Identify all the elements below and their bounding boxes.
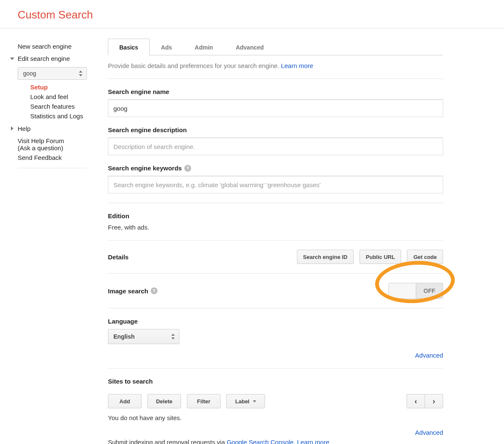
empty-sites-message: You do not have any sites. (108, 414, 443, 421)
caret-down-icon (253, 400, 256, 402)
label-button-text: Label (235, 398, 249, 405)
toggle-off: OFF (416, 283, 443, 298)
desc-label: Search engine description (108, 126, 443, 133)
tab-admin[interactable]: Admin (184, 39, 225, 55)
get-code-button[interactable]: Get code (407, 250, 443, 264)
desc-input[interactable] (108, 138, 443, 155)
visit-forum-line1: Visit Help Forum (18, 137, 64, 144)
filter-button[interactable]: Filter (187, 394, 220, 408)
label-button[interactable]: Label (226, 394, 265, 408)
indexing-note: Submit indexing and removal requests via… (108, 436, 443, 444)
sidebar-visit-forum[interactable]: Visit Help Forum (Ask a question) (10, 135, 99, 151)
edition-value: Free, with ads. (108, 224, 443, 231)
sidebar: New search engine Edit search engine goo… (0, 29, 99, 444)
sites-label: Sites to search (108, 378, 443, 385)
sidebar-edit-engine[interactable]: Edit search engine (10, 52, 99, 65)
indexing-pre: Submit indexing and removal requests via (108, 439, 227, 444)
add-button[interactable]: Add (108, 394, 142, 408)
details-label: Details (108, 253, 129, 261)
sort-arrows-icon (171, 334, 175, 340)
image-search-toggle[interactable]: OFF (388, 283, 443, 299)
edition-label: Edition (108, 212, 443, 219)
chevron-right-icon: › (433, 397, 435, 406)
keywords-input[interactable] (108, 176, 443, 193)
tab-basics[interactable]: Basics (108, 39, 150, 55)
chevron-left-icon: ‹ (415, 397, 417, 406)
name-input[interactable] (108, 99, 443, 117)
language-select[interactable]: English (108, 329, 179, 344)
sort-arrows-icon (79, 71, 82, 76)
language-label: Language (108, 318, 443, 325)
image-search-label: Image search ? (108, 287, 158, 295)
indexing-post: . (294, 439, 297, 444)
intro-copy: Provide basic details and preferences fo… (108, 62, 281, 69)
section-details: Details Search engine ID Public URL Get … (108, 240, 443, 273)
section-image-search: Image search ? OFF (108, 273, 443, 308)
section-sites: Sites to search Add Delete Filter Label … (108, 368, 443, 444)
search-console-link[interactable]: Google Search Console (227, 439, 294, 444)
main-content: Basics Ads Admin Advanced Provide basic … (99, 29, 460, 444)
sidebar-sub-setup[interactable]: Setup (10, 82, 99, 92)
sidebar-new-engine[interactable]: New search engine (10, 40, 99, 52)
tab-advanced[interactable]: Advanced (224, 39, 275, 55)
tab-ads[interactable]: Ads (150, 39, 183, 55)
help-icon[interactable]: ? (184, 165, 191, 172)
intro-learn-more-link[interactable]: Learn more (281, 62, 313, 69)
keywords-label-text: Search engine keywords (108, 165, 182, 172)
tabs: Basics Ads Admin Advanced (108, 39, 443, 55)
language-advanced-link[interactable]: Advanced (415, 352, 443, 359)
visit-forum-line2: (Ask a question) (18, 144, 63, 151)
sidebar-help[interactable]: Help (10, 123, 99, 135)
search-engine-id-button[interactable]: Search engine ID (297, 250, 354, 264)
language-value: English (113, 333, 135, 340)
section-language: Language English Advanced (108, 308, 443, 368)
intro-text: Provide basic details and preferences fo… (108, 55, 443, 78)
name-label: Search engine name (108, 88, 443, 95)
engine-selector-value: goog (23, 70, 36, 77)
toggle-on (389, 283, 416, 298)
indexing-learn-more-link[interactable]: Learn more (297, 439, 329, 444)
sidebar-send-feedback[interactable]: Send Feedback (10, 151, 99, 164)
prev-page-button[interactable]: ‹ (407, 394, 425, 408)
sites-advanced-link[interactable]: Advanced (415, 429, 443, 436)
engine-selector[interactable]: goog (18, 67, 87, 80)
page-title: Custom Search (0, 0, 504, 28)
keywords-label: Search engine keywords ? (108, 165, 443, 172)
details-buttons: Search engine ID Public URL Get code (297, 250, 443, 264)
section-name: Search engine name (108, 78, 443, 126)
sites-toolbar: Add Delete Filter Label ‹ › (108, 394, 443, 408)
sidebar-sub-search-features[interactable]: Search features (10, 102, 99, 111)
pager: ‹ › (407, 394, 443, 408)
help-icon[interactable]: ? (151, 287, 158, 294)
sidebar-sub-stats[interactable]: Statistics and Logs (10, 111, 99, 121)
public-url-button[interactable]: Public URL (360, 250, 401, 264)
next-page-button[interactable]: › (425, 394, 443, 408)
delete-button[interactable]: Delete (147, 394, 181, 408)
sidebar-sub-look[interactable]: Look and feel (10, 92, 99, 102)
section-edition: Edition Free, with ads. (108, 203, 443, 240)
sidebar-divider (18, 168, 87, 168)
image-search-label-text: Image search (108, 287, 148, 295)
